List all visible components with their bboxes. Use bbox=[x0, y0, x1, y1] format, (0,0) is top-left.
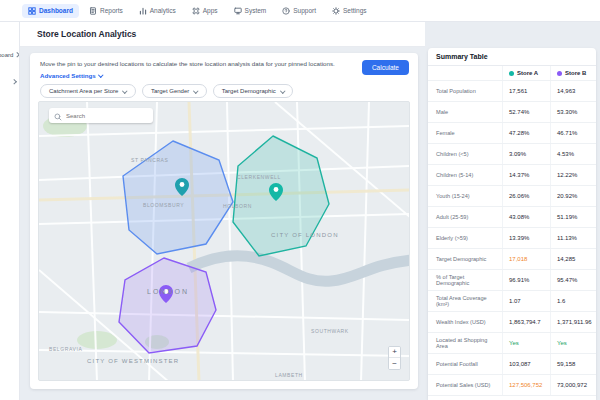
document-icon bbox=[89, 7, 97, 15]
map-tiles bbox=[39, 102, 410, 381]
nav-item-dashboard[interactable]: Dashboard bbox=[22, 4, 79, 18]
advanced-settings-link[interactable]: Advanced Settings bbox=[40, 72, 102, 79]
nav-item-analytics[interactable]: Analytics bbox=[133, 4, 182, 18]
row-value-store-b: 12.22% bbox=[550, 165, 596, 185]
row-value-store-b: Yes bbox=[550, 333, 596, 353]
nav-item-label: System bbox=[245, 7, 267, 14]
row-label: Total Area Coverage (km²) bbox=[428, 291, 502, 311]
bar-chart-icon bbox=[139, 7, 147, 15]
row-value-store-a: 17,561 bbox=[502, 81, 550, 101]
apps-grid-icon bbox=[192, 7, 200, 15]
row-value-store-b: 1,371,911.96 bbox=[550, 312, 596, 332]
nav-item-reports[interactable]: Reports bbox=[83, 4, 129, 18]
table-row: Elderly (>59) 13.39% 11.13% bbox=[428, 228, 596, 249]
nav-item-label: Dashboard bbox=[39, 7, 73, 14]
chevron-right-icon bbox=[14, 53, 19, 58]
monitor-icon bbox=[234, 7, 242, 15]
summary-panel: Summary Table Store A Store B Total Popu… bbox=[428, 48, 596, 400]
row-value-store-b: 95.47% bbox=[550, 270, 596, 290]
row-value-store-a: 127,506,752 bbox=[502, 375, 550, 395]
row-label: Potential Footfall bbox=[428, 354, 502, 374]
gear-icon bbox=[332, 7, 340, 15]
row-label: Children (<5) bbox=[428, 144, 502, 164]
row-value-store-b: 73,000,972 bbox=[550, 375, 596, 395]
dashboard-icon bbox=[28, 7, 36, 15]
row-value-store-a: 47.28% bbox=[502, 123, 550, 143]
row-value-store-a: 3.09% bbox=[502, 144, 550, 164]
sidebar-item-expand[interactable] bbox=[12, 80, 18, 84]
zoom-out-button[interactable]: − bbox=[389, 358, 400, 369]
row-label: Elderly (>59) bbox=[428, 228, 502, 248]
row-value-store-a: 1.07 bbox=[502, 291, 550, 311]
nav-item-apps[interactable]: Apps bbox=[186, 4, 224, 18]
table-row: % of Target Demographic 96.91% 95.47% bbox=[428, 270, 596, 291]
row-label: Adult (25-59) bbox=[428, 207, 502, 227]
table-row: Adult (25-59) 43.08% 51.19% bbox=[428, 207, 596, 228]
row-label: Wealth Index (USD) bbox=[428, 312, 502, 332]
table-row: Potential Footfall 103,087 59,158 bbox=[428, 354, 596, 375]
store-b-dot-icon bbox=[557, 71, 562, 76]
map-canvas[interactable]: ST PANCRAS CLERKENWELL BLOOMSBURY HOLBOR… bbox=[38, 101, 410, 381]
row-value-store-a: 43.08% bbox=[502, 207, 550, 227]
row-value-store-b: 53.30% bbox=[550, 102, 596, 122]
legend-store-b: Store B bbox=[550, 66, 596, 80]
chevron-right-icon bbox=[11, 79, 16, 84]
calculate-button[interactable]: Calculate bbox=[362, 60, 409, 75]
legend-store-a: Store A bbox=[502, 66, 550, 80]
map-zoom-control: + − bbox=[388, 346, 401, 370]
row-value-store-b: 59,158 bbox=[550, 354, 596, 374]
row-value-store-a: Yes bbox=[502, 333, 550, 353]
nav-item-label: Analytics bbox=[150, 7, 176, 14]
nav-item-label: Settings bbox=[343, 7, 367, 14]
store-a-dot-icon bbox=[509, 71, 514, 76]
row-label: Children (5-14) bbox=[428, 165, 502, 185]
row-value-store-b: 14,285 bbox=[550, 249, 596, 269]
nav-item-system[interactable]: System bbox=[228, 4, 273, 18]
table-row: Female 47.28% 46.71% bbox=[428, 123, 596, 144]
table-row: Located at Shopping Area Yes Yes bbox=[428, 333, 596, 354]
zoom-in-button[interactable]: + bbox=[389, 347, 400, 358]
chevron-down-icon bbox=[194, 88, 199, 93]
page-title: Store Location Analytics bbox=[37, 29, 136, 39]
analytics-panel: Move the pin to your desired locations t… bbox=[30, 53, 418, 389]
sidebar-item-dashboard[interactable]: Dashboard bbox=[0, 52, 18, 58]
filter-target-demographic[interactable]: Target Demographic bbox=[213, 84, 294, 98]
row-value-store-b: 11.13% bbox=[550, 228, 596, 248]
search-icon bbox=[54, 107, 62, 125]
nav-item-label: Apps bbox=[203, 7, 218, 14]
nav-item-support[interactable]: Support bbox=[276, 4, 322, 18]
filter-catchment-area[interactable]: Catchment Area per Store bbox=[40, 84, 136, 98]
row-value-store-a: 13.39% bbox=[502, 228, 550, 248]
row-label: % of Target Demographic bbox=[428, 270, 502, 290]
table-row: Children (5-14) 14.37% 12.22% bbox=[428, 165, 596, 186]
row-label: Male bbox=[428, 102, 502, 122]
left-sidebar: Dashboard bbox=[0, 22, 20, 400]
legend-spacer bbox=[428, 66, 502, 80]
top-navigation: Dashboard Reports Analytics Apps System … bbox=[0, 0, 600, 22]
table-row: Total Area Coverage (km²) 1.07 1.6 bbox=[428, 291, 596, 312]
sidebar-item-label: Dashboard bbox=[0, 52, 13, 58]
row-label: Total Population bbox=[428, 81, 502, 101]
table-row: Target Demographic 17,018 14,285 bbox=[428, 249, 596, 270]
row-value-store-b: 1.6 bbox=[550, 291, 596, 311]
summary-title: Summary Table bbox=[428, 48, 596, 66]
search-input[interactable] bbox=[66, 113, 148, 119]
table-row: Children (<5) 3.09% 4.53% bbox=[428, 144, 596, 165]
page-header: Store Location Analytics bbox=[20, 22, 425, 47]
row-value-store-a: 26.06% bbox=[502, 186, 550, 206]
row-value-store-b: 51.19% bbox=[550, 207, 596, 227]
map-search-box bbox=[49, 108, 153, 123]
nav-item-label: Reports bbox=[100, 7, 123, 14]
row-value-store-a: 96.91% bbox=[502, 270, 550, 290]
table-row: Youth (15-24) 26.06% 20.92% bbox=[428, 186, 596, 207]
row-label: Female bbox=[428, 123, 502, 143]
filter-bar: Catchment Area per Store Target Gender T… bbox=[40, 84, 293, 98]
table-row: Male 52.74% 53.30% bbox=[428, 102, 596, 123]
chevron-down-icon bbox=[280, 88, 285, 93]
instruction-text: Move the pin to your desired locations t… bbox=[40, 60, 335, 68]
row-value-store-a: 14.37% bbox=[502, 165, 550, 185]
filter-target-gender[interactable]: Target Gender bbox=[142, 84, 207, 98]
row-label: Youth (15-24) bbox=[428, 186, 502, 206]
row-value-store-a: 17,018 bbox=[502, 249, 550, 269]
nav-item-settings[interactable]: Settings bbox=[326, 4, 373, 18]
